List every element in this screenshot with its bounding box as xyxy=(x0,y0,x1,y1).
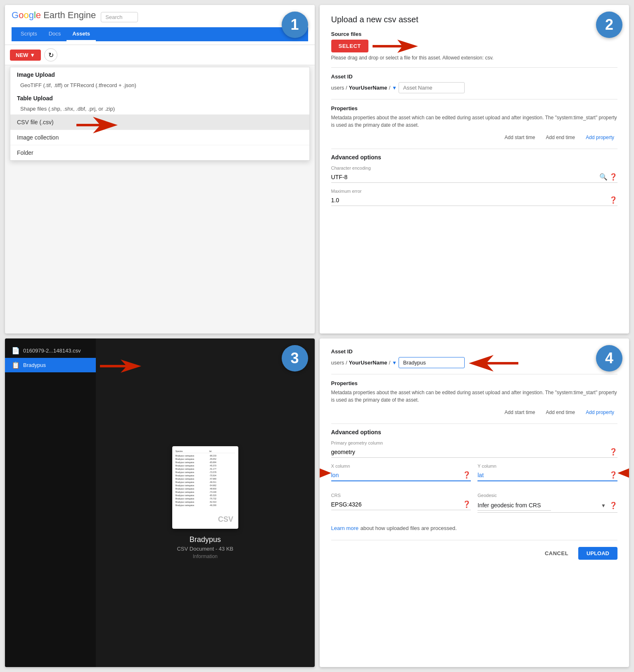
asset-id-dropdown-4[interactable]: ▼ xyxy=(392,360,397,366)
help-icon-max-error[interactable]: ❓ xyxy=(609,196,617,204)
file-type-size: CSV Document - 43 KB xyxy=(177,546,233,552)
panel-2: 2 Upload a new csv asset Source files SE… xyxy=(320,5,629,334)
add-property-btn[interactable]: Add property xyxy=(582,133,617,142)
asset-name-input[interactable] xyxy=(399,82,465,93)
step-badge-4: 4 xyxy=(596,345,622,371)
learn-more-row: Learn more about how uploaded files are … xyxy=(331,524,618,532)
y-col-input-wrap: ❓ xyxy=(477,469,617,481)
select-button[interactable]: SELECT xyxy=(331,40,368,52)
file-preview-area: Specieslat Bradypus variegatus-98.233 Br… xyxy=(96,338,315,667)
y-col-group: Y column ❓ xyxy=(477,464,617,481)
asset-id-user: YourUserName xyxy=(349,85,387,91)
learn-more-link[interactable]: Learn more xyxy=(331,525,359,531)
file-info-extra: Information xyxy=(193,554,218,559)
file-item-csv-name: 0160979-2...148143.csv xyxy=(23,348,81,354)
properties-title: Properties xyxy=(331,105,618,111)
y-col-input[interactable] xyxy=(477,472,609,478)
svg-marker-4 xyxy=(320,466,331,480)
chevron-down-icon: ▼ xyxy=(601,503,606,509)
asset-id-sep: / xyxy=(389,85,390,91)
image-collection-option[interactable]: Image collection xyxy=(10,130,309,145)
char-encoding-input[interactable] xyxy=(331,174,600,180)
source-files-label: Source files xyxy=(331,31,618,37)
upload-button[interactable]: UPLOAD xyxy=(578,547,617,560)
geodesic-select[interactable]: Infer geodesic from CRS True False xyxy=(477,500,551,511)
csv-file-icon: 📄 xyxy=(12,347,20,355)
bradypus-arrow xyxy=(92,359,141,374)
folder-option[interactable]: Folder xyxy=(10,145,309,160)
add-end-time-btn-4[interactable]: Add end time xyxy=(543,408,579,417)
gee-header: Google Earth Engine Search Scripts Docs … xyxy=(5,5,315,45)
y-col-label: Y column xyxy=(477,464,617,469)
csv-arrow xyxy=(68,115,118,135)
help-icon-y[interactable]: ❓ xyxy=(609,471,617,479)
x-col-group: X column ❓ xyxy=(331,464,471,481)
geodesic-select-wrap: Infer geodesic from CRS True False ▼ ❓ xyxy=(477,499,617,513)
csv-option[interactable]: CSV file (.csv) xyxy=(10,114,309,130)
tab-assets[interactable]: Assets xyxy=(66,27,96,41)
step-badge-3: 3 xyxy=(282,345,308,371)
refresh-button[interactable]: ↻ xyxy=(44,48,57,62)
csv-watermark: CSV xyxy=(218,515,233,524)
add-start-time-btn[interactable]: Add start time xyxy=(501,133,539,142)
max-error-input-wrap: ❓ xyxy=(331,194,618,206)
add-start-time-btn-4[interactable]: Add start time xyxy=(501,408,539,417)
crs-input[interactable] xyxy=(331,501,463,508)
add-end-time-btn[interactable]: Add end time xyxy=(543,133,579,142)
learn-more-suffix: about how uploaded files are processed. xyxy=(360,525,456,531)
geodesic-select-wrapper[interactable]: Infer geodesic from CRS True False ▼ xyxy=(477,500,608,511)
panel-4: 4 Asset ID users / YourUserName / ▼ Prop… xyxy=(320,338,629,667)
assets-toolbar: NEW ▼ ↻ xyxy=(5,45,315,65)
help-icon-crs[interactable]: ❓ xyxy=(463,500,471,508)
shapefile-option[interactable]: Shape files (.shp, .shx, .dbf, .prj, or … xyxy=(10,103,309,114)
help-icon-geodesic[interactable]: ❓ xyxy=(609,502,617,509)
asset-id-label-2: Asset ID xyxy=(331,73,618,80)
properties-title-4: Properties xyxy=(331,380,618,386)
bottom-actions: CANCEL UPLOAD xyxy=(331,540,618,560)
step-badge-1: 1 xyxy=(282,12,308,38)
max-error-input[interactable] xyxy=(331,197,610,203)
asset-id-row: users / YourUserName / ▼ xyxy=(331,82,618,93)
asset-id-prefix: users / xyxy=(331,85,347,91)
csv-preview-table: Specieslat Bradypus variegatus-98.233 Br… xyxy=(172,446,238,510)
svg-marker-1 xyxy=(373,40,418,53)
x-col-label: X column xyxy=(331,464,471,469)
asset-name-input-4[interactable] xyxy=(399,357,465,368)
help-icon-encoding[interactable]: ❓ xyxy=(609,173,617,181)
char-encoding-group: Character encoding 🔍 ❓ xyxy=(331,166,618,183)
lat-arrow xyxy=(617,465,629,481)
char-encoding-label: Character encoding xyxy=(331,166,618,170)
search-icon-encoding[interactable]: 🔍 xyxy=(599,173,608,181)
file-item-csv[interactable]: 📄 0160979-2...148143.csv xyxy=(5,343,96,358)
asset-id-sep-4: / xyxy=(389,360,390,366)
help-icon-x[interactable]: ❓ xyxy=(463,471,471,479)
crs-group: CRS ❓ xyxy=(331,493,471,513)
geodesic-group: Geodesic Infer geodesic from CRS True Fa… xyxy=(477,493,617,513)
asset-id-dropdown[interactable]: ▼ xyxy=(392,85,397,91)
form-hint: Please drag and drop or select a file fo… xyxy=(331,55,618,61)
tab-scripts[interactable]: Scripts xyxy=(15,27,43,41)
new-button[interactable]: NEW ▼ xyxy=(10,50,41,61)
x-col-input[interactable] xyxy=(331,472,463,478)
advanced-title-2: Advanced options xyxy=(331,149,618,161)
char-encoding-input-wrap: 🔍 ❓ xyxy=(331,171,618,183)
primary-geom-label: Primary geometry column xyxy=(331,440,618,445)
tab-docs[interactable]: Docs xyxy=(43,27,67,41)
advanced-section-4: Advanced options Primary geometry column… xyxy=(331,424,618,518)
x-col-input-wrap: ❓ xyxy=(331,469,471,481)
primary-geom-input[interactable] xyxy=(331,449,610,455)
max-error-label: Maximum error xyxy=(331,189,618,194)
gee-logo: Google Earth Engine xyxy=(12,10,96,21)
image-upload-header: Image Upload xyxy=(10,67,309,80)
cancel-button[interactable]: CANCEL xyxy=(540,547,573,560)
geotiff-option[interactable]: GeoTIFF (.tif, .tiff) or TFRecord (.tfre… xyxy=(10,80,309,91)
properties-actions-4: Add start time Add end time Add property xyxy=(331,408,618,417)
svg-marker-2 xyxy=(100,360,141,373)
properties-desc: Metadata properties about the asset whic… xyxy=(331,114,618,129)
step-badge-2: 2 xyxy=(596,12,622,38)
file-item-bradypus[interactable]: 📋 Bradypus xyxy=(5,358,96,372)
search-bar[interactable]: Search xyxy=(101,12,138,22)
add-property-btn-4[interactable]: Add property xyxy=(582,408,617,417)
help-icon-geom[interactable]: ❓ xyxy=(609,448,617,456)
primary-geom-input-wrap: ❓ xyxy=(331,446,618,458)
